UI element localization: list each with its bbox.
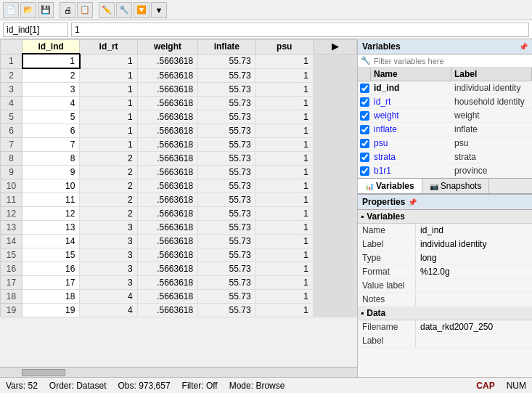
grid-wrapper[interactable]: id_ind id_rt weight inflate psu ▶ 1 1 1 … bbox=[0, 39, 357, 367]
cell-psu[interactable]: 1 bbox=[255, 179, 313, 193]
var-check-input[interactable] bbox=[360, 84, 369, 93]
cell-weight[interactable]: .5663618 bbox=[137, 166, 197, 179]
cell-psu[interactable]: 1 bbox=[255, 276, 313, 290]
cell-id-rt[interactable]: 1 bbox=[80, 83, 137, 97]
cell-inflate[interactable]: 55.73 bbox=[198, 193, 255, 207]
cell-weight[interactable]: .5663618 bbox=[137, 97, 197, 110]
cell-psu[interactable]: 1 bbox=[255, 83, 313, 97]
var-check-input[interactable] bbox=[360, 111, 369, 121]
prop-group-data[interactable]: ▪ Data bbox=[358, 307, 532, 320]
tab-snapshots[interactable]: 📷 Snapshots bbox=[422, 179, 490, 193]
col-header-id-ind[interactable]: id_ind bbox=[22, 40, 80, 54]
col-header-psu[interactable]: psu bbox=[255, 40, 313, 54]
variable-list-item[interactable]: psu psu bbox=[358, 137, 532, 150]
cell-id-ind[interactable]: 9 bbox=[22, 166, 80, 179]
cell-id-rt[interactable]: 1 bbox=[80, 110, 137, 124]
cell-inflate[interactable]: 55.73 bbox=[198, 207, 255, 221]
var-check-input[interactable] bbox=[360, 125, 369, 134]
var-checkbox-weight[interactable] bbox=[358, 110, 371, 122]
cell-psu[interactable]: 1 bbox=[255, 166, 313, 179]
save-button[interactable]: 💾 bbox=[38, 2, 54, 18]
cell-psu[interactable]: 1 bbox=[255, 54, 313, 68]
tab-variables[interactable]: 📊 Variables bbox=[358, 179, 422, 193]
cell-id-rt[interactable]: 3 bbox=[80, 221, 137, 235]
cell-id-rt[interactable]: 4 bbox=[80, 290, 137, 304]
cell-id-rt[interactable]: 3 bbox=[80, 248, 137, 262]
copy-button[interactable]: 📋 bbox=[77, 2, 93, 18]
cell-id-ind[interactable]: 1 bbox=[22, 54, 80, 68]
cell-psu[interactable]: 1 bbox=[255, 193, 313, 207]
cell-inflate[interactable]: 55.73 bbox=[198, 110, 255, 124]
cell-id-ind[interactable]: 18 bbox=[22, 290, 80, 304]
variable-list-item[interactable]: weight weight bbox=[358, 109, 532, 123]
cell-psu[interactable]: 1 bbox=[255, 262, 313, 276]
cell-inflate[interactable]: 55.73 bbox=[198, 68, 255, 83]
cell-inflate[interactable]: 55.73 bbox=[198, 54, 255, 68]
cell-id-ind[interactable]: 14 bbox=[22, 235, 80, 248]
cell-weight[interactable]: .5663618 bbox=[137, 152, 197, 166]
cell-weight[interactable]: .5663618 bbox=[137, 124, 197, 138]
cell-inflate[interactable]: 55.73 bbox=[198, 124, 255, 138]
cell-weight[interactable]: .5663618 bbox=[137, 68, 197, 83]
cell-id-ind[interactable]: 17 bbox=[22, 276, 80, 290]
cell-weight[interactable]: .5663618 bbox=[137, 207, 197, 221]
cell-weight[interactable]: .5663618 bbox=[137, 276, 197, 290]
horizontal-scrollbar[interactable] bbox=[0, 367, 357, 377]
var-checkbox-id_rt[interactable] bbox=[358, 96, 371, 108]
cell-id-rt[interactable]: 4 bbox=[80, 304, 137, 317]
cell-inflate[interactable]: 55.73 bbox=[198, 97, 255, 110]
new-button[interactable]: 📄 bbox=[3, 2, 19, 18]
cell-psu[interactable]: 1 bbox=[255, 221, 313, 235]
cell-weight[interactable]: .5663618 bbox=[137, 138, 197, 152]
cell-psu[interactable]: 1 bbox=[255, 248, 313, 262]
cell-weight[interactable]: .5663618 bbox=[137, 54, 197, 68]
cell-weight[interactable]: .5663618 bbox=[137, 290, 197, 304]
cell-weight[interactable]: .5663618 bbox=[137, 304, 197, 317]
cell-id-ind[interactable]: 8 bbox=[22, 152, 80, 166]
var-check-input[interactable] bbox=[360, 97, 369, 107]
var-check-input[interactable] bbox=[360, 153, 369, 162]
filter-button[interactable]: 🔽 bbox=[134, 2, 150, 18]
variable-list-item[interactable]: strata strata bbox=[358, 150, 532, 164]
hscroll-thumb[interactable] bbox=[22, 369, 65, 376]
cell-inflate[interactable]: 55.73 bbox=[198, 262, 255, 276]
cell-inflate[interactable]: 55.73 bbox=[198, 235, 255, 248]
cell-weight[interactable]: .5663618 bbox=[137, 248, 197, 262]
cell-psu[interactable]: 1 bbox=[255, 207, 313, 221]
cell-id-rt[interactable]: 1 bbox=[80, 68, 137, 83]
cell-psu[interactable]: 1 bbox=[255, 97, 313, 110]
variable-list-item[interactable]: b1r1 province bbox=[358, 164, 532, 178]
cell-inflate[interactable]: 55.73 bbox=[198, 152, 255, 166]
cell-id-rt[interactable]: 2 bbox=[80, 207, 137, 221]
edit-button[interactable]: ✏️ bbox=[99, 2, 115, 18]
cell-weight[interactable]: .5663618 bbox=[137, 262, 197, 276]
var-checkbox-inflate[interactable] bbox=[358, 123, 371, 136]
var-check-input[interactable] bbox=[360, 166, 369, 176]
cell-id-ind[interactable]: 4 bbox=[22, 97, 80, 110]
cell-inflate[interactable]: 55.73 bbox=[198, 290, 255, 304]
cell-id-ind[interactable]: 19 bbox=[22, 304, 80, 317]
variable-list-item[interactable]: inflate inflate bbox=[358, 123, 532, 137]
cell-psu[interactable]: 1 bbox=[255, 304, 313, 317]
cell-value-input[interactable] bbox=[71, 23, 529, 37]
cell-id-ind[interactable]: 13 bbox=[22, 221, 80, 235]
cell-ref-input[interactable] bbox=[3, 23, 68, 37]
cell-id-rt[interactable]: 2 bbox=[80, 193, 137, 207]
cell-id-ind[interactable]: 5 bbox=[22, 110, 80, 124]
cell-psu[interactable]: 1 bbox=[255, 152, 313, 166]
cell-id-rt[interactable]: 3 bbox=[80, 262, 137, 276]
var-name-header[interactable]: Name bbox=[371, 68, 451, 81]
settings-button[interactable]: 🔧 bbox=[116, 2, 132, 18]
col-header-weight[interactable]: weight bbox=[137, 40, 197, 54]
cell-inflate[interactable]: 55.73 bbox=[198, 179, 255, 193]
cell-psu[interactable]: 1 bbox=[255, 290, 313, 304]
more-button[interactable]: ▼ bbox=[151, 2, 167, 18]
col-header-inflate[interactable]: inflate bbox=[198, 40, 255, 54]
cell-id-rt[interactable]: 3 bbox=[80, 235, 137, 248]
cell-psu[interactable]: 1 bbox=[255, 124, 313, 138]
cell-inflate[interactable]: 55.73 bbox=[198, 221, 255, 235]
open-button[interactable]: 📂 bbox=[20, 2, 36, 18]
cell-inflate[interactable]: 55.73 bbox=[198, 248, 255, 262]
cell-id-ind[interactable]: 16 bbox=[22, 262, 80, 276]
cell-id-ind[interactable]: 11 bbox=[22, 193, 80, 207]
